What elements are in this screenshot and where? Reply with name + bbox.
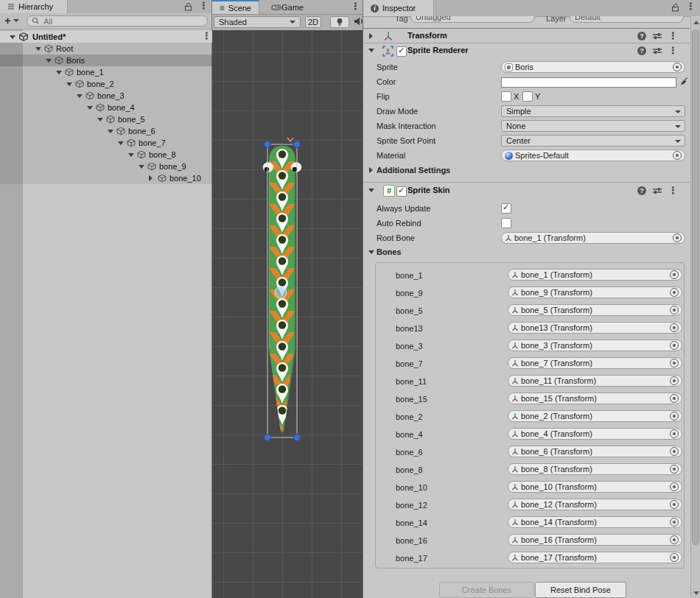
help-icon[interactable]: ? (637, 186, 646, 195)
collapse-toggle[interactable] (108, 130, 113, 133)
object-picker-icon[interactable] (670, 447, 679, 456)
flip-x-checkbox[interactable] (501, 91, 511, 102)
object-picker-icon[interactable] (670, 518, 679, 527)
toggle-2d-button[interactable]: 2D (305, 16, 321, 28)
scrollbar-thumb[interactable] (692, 29, 699, 545)
hierarchy-item-bone_7[interactable]: bone_7 (0, 137, 212, 149)
sprite-object-field[interactable]: Boris (501, 61, 685, 73)
sprite-renderer-header[interactable]: Sprite Renderer ? ⋮ (363, 43, 690, 58)
tag-dropdown[interactable]: Untagged (410, 16, 535, 23)
tab-game[interactable]: Game (271, 3, 304, 12)
tab-inspector[interactable]: i Inspector (363, 0, 434, 16)
bone-object-field[interactable]: bone_15 (Transform) (508, 393, 682, 404)
object-picker-icon[interactable] (670, 323, 679, 332)
hierarchy-item-Root[interactable]: Root (0, 43, 212, 54)
expand-toggle[interactable] (149, 175, 153, 181)
layer-dropdown[interactable]: Default (570, 16, 684, 23)
bone-object-field[interactable]: bone_3 (Transform) (508, 340, 682, 351)
foldout-arrow[interactable] (368, 250, 374, 254)
object-picker-icon[interactable] (670, 553, 679, 562)
flip-y-checkbox[interactable] (522, 91, 533, 102)
draw-mode-dropdown[interactable]: Simple (501, 105, 685, 117)
reset-bind-pose-button[interactable]: Reset Bind Pose (535, 582, 626, 598)
object-picker-icon[interactable] (673, 233, 682, 242)
scroll-down-icon[interactable] (693, 591, 699, 595)
preset-icon[interactable] (653, 47, 662, 54)
bone-object-field[interactable]: bone_17 (Transform) (508, 552, 682, 563)
bone-object-field[interactable]: bone_7 (Transform) (508, 357, 682, 369)
scene-menu-icon[interactable]: ⋮ (351, 3, 360, 10)
foldout-arrow[interactable] (368, 189, 374, 192)
component-menu-icon[interactable]: ⋮ (668, 32, 678, 40)
object-picker-icon[interactable] (670, 288, 679, 297)
object-picker-icon[interactable] (670, 429, 679, 438)
hierarchy-item-bone_4[interactable]: bone_4 (0, 102, 212, 113)
object-picker-icon[interactable] (670, 394, 679, 403)
object-picker-icon[interactable] (670, 270, 679, 279)
scene-lighting-button[interactable] (330, 16, 349, 28)
bone-object-field[interactable]: bone_10 (Transform) (508, 481, 682, 493)
shading-mode-dropdown[interactable]: Shaded (214, 16, 301, 28)
material-object-field[interactable]: Sprites-Default (501, 150, 685, 161)
boris-sprite[interactable] (262, 136, 306, 446)
foldout-arrow[interactable] (369, 33, 373, 39)
collapse-toggle[interactable] (77, 94, 83, 98)
object-picker-icon[interactable] (670, 306, 679, 314)
scene-viewport[interactable] (212, 30, 363, 598)
hierarchy-item-bone_6[interactable]: bone_6 (0, 125, 212, 137)
bone-object-field[interactable]: bone_12 (Transform) (508, 499, 682, 510)
inspector-scrollbar[interactable] (690, 16, 700, 598)
hierarchy-item-Boris[interactable]: Boris (0, 54, 212, 66)
sprite-sort-point-dropdown[interactable]: Center (501, 135, 685, 147)
object-picker-icon[interactable] (670, 359, 679, 367)
object-picker-icon[interactable] (673, 63, 682, 71)
scroll-up-icon[interactable] (693, 21, 699, 24)
hierarchy-item-bone_9[interactable]: bone_9 (0, 161, 212, 172)
object-picker-icon[interactable] (670, 465, 679, 474)
auto-rebind-checkbox[interactable] (501, 218, 511, 228)
hierarchy-item-bone_8[interactable]: bone_8 (0, 149, 212, 161)
bone-object-field[interactable]: bone_16 (Transform) (508, 534, 682, 546)
additional-settings-foldout[interactable]: Additional Settings (363, 163, 690, 178)
hierarchy-item-bone_10[interactable]: bone_10 (0, 172, 212, 184)
object-picker-icon[interactable] (670, 482, 679, 491)
tab-scene[interactable]: Scene (212, 0, 259, 14)
help-icon[interactable]: ? (637, 46, 646, 55)
bone-object-field[interactable]: bone_9 (Transform) (508, 286, 682, 298)
foldout-arrow[interactable] (369, 167, 373, 173)
collapse-toggle[interactable] (56, 71, 62, 74)
collapse-toggle[interactable] (66, 82, 72, 86)
collapse-toggle[interactable] (87, 106, 93, 110)
component-menu-icon[interactable]: ⋮ (668, 187, 678, 194)
object-picker-icon[interactable] (673, 151, 682, 160)
bone-object-field[interactable]: bone13 (Transform) (508, 322, 682, 334)
bone-object-field[interactable]: bone_8 (Transform) (508, 463, 682, 475)
sprite-skin-enabled-checkbox[interactable] (396, 186, 407, 197)
sprite-renderer-enabled-checkbox[interactable] (396, 46, 407, 57)
bone-object-field[interactable]: bone_14 (Transform) (508, 516, 682, 528)
object-picker-icon[interactable] (670, 500, 679, 509)
bones-foldout[interactable]: Bones (363, 245, 690, 260)
color-swatch[interactable] (501, 77, 676, 88)
bone-object-field[interactable]: bone_2 (Transform) (508, 410, 682, 422)
eyedropper-icon[interactable] (679, 77, 688, 86)
object-picker-icon[interactable] (670, 341, 679, 350)
inspector-menu-icon[interactable]: ⋮ (686, 3, 696, 10)
hierarchy-item-bone_3[interactable]: bone_3 (0, 90, 212, 102)
collapse-toggle[interactable] (46, 59, 52, 63)
always-update-checkbox[interactable] (501, 203, 511, 214)
object-picker-icon[interactable] (670, 412, 679, 421)
bone-object-field[interactable]: bone_4 (Transform) (508, 428, 682, 440)
hierarchy-item-bone_5[interactable]: bone_5 (0, 113, 212, 125)
transform-header[interactable]: Transform ? ⋮ (363, 29, 690, 43)
sprite-skin-header[interactable]: # Sprite Skin ? ⋮ (363, 183, 690, 198)
bone-object-field[interactable]: bone_6 (Transform) (508, 446, 682, 457)
root-bone-object-field[interactable]: bone_1 (Transform) (501, 232, 685, 244)
object-picker-icon[interactable] (670, 376, 679, 385)
preset-icon[interactable] (653, 32, 662, 40)
scene-audio-button[interactable] (354, 16, 363, 28)
component-menu-icon[interactable]: ⋮ (668, 47, 678, 54)
help-icon[interactable]: ? (637, 32, 646, 41)
collapse-toggle[interactable] (118, 141, 124, 145)
object-picker-icon[interactable] (670, 535, 679, 544)
